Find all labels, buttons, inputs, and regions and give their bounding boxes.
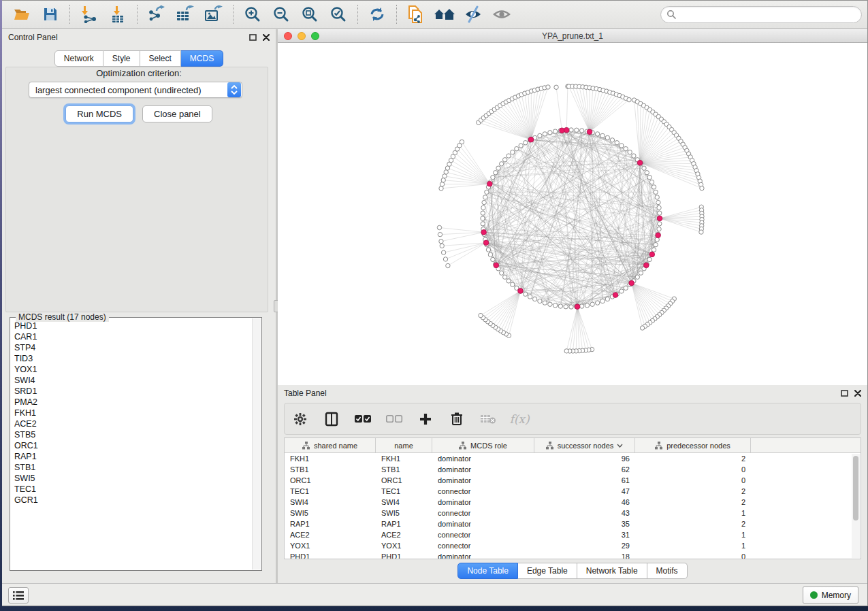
tab-network-table[interactable]: Network Table <box>577 563 647 579</box>
zoom-selected-icon <box>329 5 347 23</box>
import-table-button[interactable] <box>106 3 129 25</box>
table-cell: 62 <box>534 465 635 474</box>
column-name[interactable]: name <box>376 438 432 452</box>
table-scrollbar-thumb[interactable] <box>853 456 858 521</box>
column-shared-name[interactable]: shared name <box>285 438 376 452</box>
mcds-result-item[interactable]: SRD1 <box>14 386 252 397</box>
mcds-result-list[interactable]: PHD1CAR1STP4TID3YOX1SWI4SRD1PMA2FKH1ACE2… <box>14 320 252 569</box>
table-cell: FKH1 <box>285 455 376 463</box>
export-table-button[interactable] <box>174 3 197 25</box>
table-toolbar: f(x) <box>284 403 861 435</box>
table-row[interactable]: STB1STB1dominator620 <box>285 464 861 475</box>
table-row[interactable]: SWI4SWI4dominator462 <box>285 497 861 508</box>
criterion-select[interactable]: largest connected component (undirected) <box>29 82 242 98</box>
zoom-out-button[interactable] <box>270 3 293 25</box>
mcds-result-item[interactable]: PHD1 <box>14 320 252 331</box>
search-input[interactable] <box>679 10 856 19</box>
mcds-result-item[interactable]: SWI5 <box>14 473 252 484</box>
column-successor-nodes[interactable]: successor nodes <box>534 438 635 452</box>
open-session-button[interactable] <box>10 3 33 25</box>
show-columns-button[interactable] <box>323 410 340 428</box>
delete-row-button[interactable] <box>448 410 466 428</box>
tab-network[interactable]: Network <box>54 50 103 67</box>
select-all-button[interactable] <box>354 410 372 428</box>
add-row-button[interactable] <box>417 410 434 428</box>
table-settings-button[interactable] <box>291 410 309 428</box>
neighborhood-button[interactable] <box>433 3 456 25</box>
table-row[interactable]: ACE2ACE2connector311 <box>285 529 861 540</box>
result-list-scrollbar[interactable] <box>252 318 261 569</box>
column-mcds-role[interactable]: MCDS role <box>432 438 534 452</box>
mcds-result-item[interactable]: PMA2 <box>14 397 252 408</box>
mcds-result-item[interactable]: STB5 <box>14 429 252 440</box>
close-panel-icon[interactable] <box>263 34 270 41</box>
mcds-result-item[interactable]: SWI4 <box>14 375 252 386</box>
table-cell: 61 <box>534 476 635 484</box>
zoom-out-icon <box>272 5 290 23</box>
zoom-fit-button[interactable] <box>298 3 321 25</box>
table-row[interactable]: SWI5SWI5connector431 <box>285 508 861 518</box>
network-canvas[interactable] <box>278 43 867 385</box>
table-cell: 0 <box>635 476 751 484</box>
zoom-selected-button[interactable] <box>327 3 350 25</box>
delete-table-button[interactable] <box>479 410 497 428</box>
save-floppy-icon <box>42 6 59 22</box>
tab-mcds[interactable]: MCDS <box>181 50 223 67</box>
tab-select[interactable]: Select <box>140 50 181 67</box>
float-panel-icon[interactable] <box>249 34 257 41</box>
zoom-in-button[interactable] <box>241 3 264 25</box>
tab-motifs[interactable]: Motifs <box>647 563 688 579</box>
table-row[interactable]: PHD1PHD1dominator180 <box>285 551 861 559</box>
mcds-result-item[interactable]: YOX1 <box>14 364 252 375</box>
node-table-header: shared name name MCDS role successor nod… <box>285 438 861 453</box>
export-image-button[interactable] <box>202 3 225 25</box>
deselect-all-button[interactable] <box>385 410 403 428</box>
save-session-button[interactable] <box>39 3 62 25</box>
table-cell: dominator <box>432 455 534 463</box>
mcds-result-item[interactable]: RAP1 <box>14 451 252 462</box>
table-row[interactable]: ORC1ORC1dominator610 <box>285 475 861 486</box>
table-row[interactable]: FKH1FKH1dominator962 <box>285 453 861 464</box>
table-cell: 1 <box>635 531 751 539</box>
run-mcds-button[interactable]: Run MCDS <box>65 105 133 122</box>
table-row[interactable]: TEC1TEC1connector472 <box>285 486 861 497</box>
table-row[interactable]: RAP1RAP1dominator352 <box>285 518 861 529</box>
mcds-result-item[interactable]: TID3 <box>14 353 252 364</box>
export-network-button[interactable] <box>145 3 168 25</box>
mcds-result-item[interactable]: ACE2 <box>14 418 252 429</box>
tab-style[interactable]: Style <box>103 50 140 67</box>
task-history-button[interactable] <box>8 587 29 604</box>
network-graph[interactable] <box>278 43 866 385</box>
toolbar-separator <box>137 5 138 24</box>
node-table-body[interactable]: FKH1FKH1dominator962STB1STB1dominator620… <box>285 453 861 559</box>
memory-button[interactable]: Memory <box>803 587 858 604</box>
mcds-result-item[interactable]: TEC1 <box>14 484 252 495</box>
mcds-result-item[interactable]: STP4 <box>14 342 252 353</box>
duplicate-network-button[interactable] <box>404 3 428 25</box>
mcds-result-item[interactable]: GCR1 <box>14 495 252 506</box>
import-network-button[interactable] <box>78 3 101 25</box>
float-table-panel-icon[interactable] <box>841 390 848 397</box>
hide-selected-button[interactable] <box>462 3 485 25</box>
memory-status-icon <box>810 591 818 599</box>
search-field[interactable] <box>660 6 862 23</box>
mcds-result-item[interactable]: STB1 <box>14 462 252 473</box>
tab-edge-table[interactable]: Edge Table <box>518 563 577 579</box>
mcds-result-item[interactable]: CAR1 <box>14 331 252 342</box>
eye-icon <box>492 5 511 23</box>
table-scrollbar[interactable] <box>852 454 860 558</box>
mcds-result-item[interactable]: ORC1 <box>14 440 252 451</box>
function-builder-button[interactable]: f(x) <box>511 410 528 428</box>
close-panel-button[interactable]: Close panel <box>142 105 212 122</box>
show-all-button[interactable] <box>490 3 513 25</box>
refresh-layout-button[interactable] <box>366 3 389 25</box>
table-row[interactable]: YOX1YOX1connector291 <box>285 540 861 551</box>
column-predecessor-nodes[interactable]: predecessor nodes <box>635 438 751 452</box>
close-table-panel-icon[interactable] <box>854 390 861 397</box>
tab-node-table[interactable]: Node Table <box>457 563 518 579</box>
table-tabs: Node Table Edge Table Network Table Moti… <box>457 563 687 579</box>
select-stepper-icon <box>227 82 241 97</box>
shared-column-icon <box>302 442 310 450</box>
network-view-titlebar[interactable]: YPA_prune.txt_1 <box>278 29 867 43</box>
mcds-result-item[interactable]: FKH1 <box>14 408 252 418</box>
